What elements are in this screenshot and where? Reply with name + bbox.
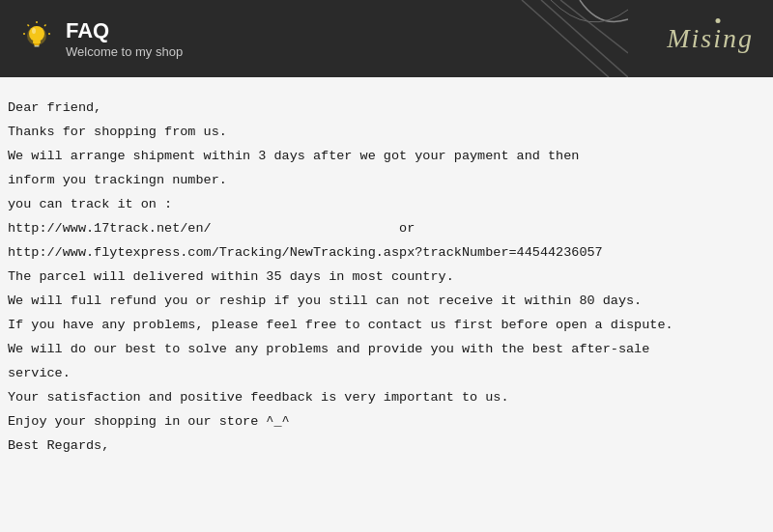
- brand-label: Mising: [667, 23, 754, 53]
- line-greeting: Dear friend,: [8, 97, 765, 121]
- line-shipment: We will arrange shipment within 3 days a…: [8, 145, 765, 169]
- svg-line-8: [28, 24, 30, 26]
- line-best: We will do our best to solve any problem…: [8, 338, 765, 362]
- line-tracking-cont: inform you trackingn number.: [8, 169, 765, 193]
- line-refund: We will full refund you or reship if you…: [8, 290, 765, 314]
- decoration: [502, 0, 628, 77]
- line-thanks: Thanks for shopping from us.: [8, 121, 765, 145]
- svg-rect-4: [35, 45, 40, 47]
- svg-line-12: [541, 0, 628, 77]
- line-service: service.: [8, 362, 765, 386]
- line-problems: If you have any problems, please feel fr…: [8, 314, 765, 338]
- line-url1: http://www.17track.net/en/ or: [8, 217, 765, 241]
- faq-title: FAQ: [66, 18, 183, 43]
- welcome-text: Welcome to my shop: [66, 44, 183, 59]
- line-track-intro: you can track it on :: [8, 193, 765, 217]
- header-left: FAQ Welcome to my shop: [19, 18, 183, 58]
- bulb-icon: [19, 21, 54, 56]
- content-area: Dear friend, Thanks for shopping from us…: [0, 77, 773, 532]
- svg-rect-3: [34, 43, 40, 45]
- line-regards: Best Regards,: [8, 434, 765, 459]
- header: FAQ Welcome to my shop Mising: [0, 0, 773, 77]
- header-text: FAQ Welcome to my shop: [66, 18, 183, 58]
- line-url2: http://www.flytexpress.com/Tracking/NewT…: [8, 241, 765, 266]
- svg-point-1: [29, 26, 44, 42]
- line-satisfaction: Your satisfaction and positive feedback …: [8, 386, 765, 410]
- url1-text: http://www.17track.net/en/: [8, 221, 212, 236]
- svg-line-6: [44, 24, 46, 26]
- svg-rect-2: [33, 41, 41, 43]
- line-enjoy: Enjoy your shopping in our store ^_^: [8, 410, 765, 434]
- line-delivery: The parcel will delivered within 35 days…: [8, 266, 765, 290]
- or-text: or: [399, 221, 415, 236]
- brand-name: Mising: [667, 23, 754, 54]
- svg-point-10: [32, 28, 36, 34]
